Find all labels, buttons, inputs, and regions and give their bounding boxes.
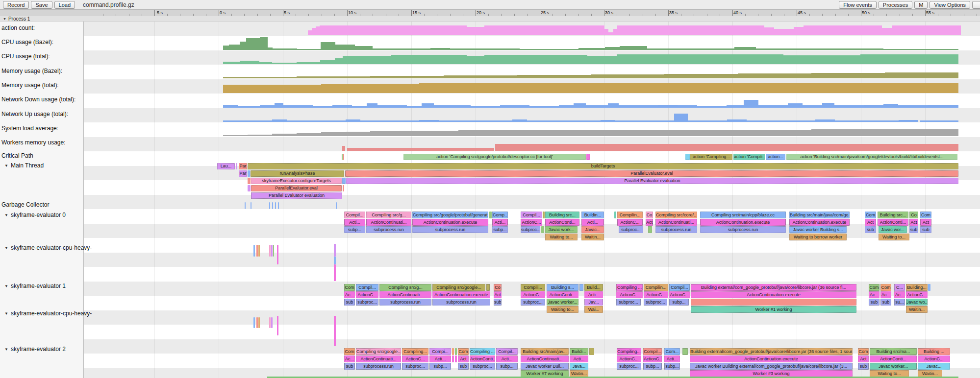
skyframe-evaluator-0-bar[interactable]: Act: [909, 219, 918, 226]
skyframe-evaluator-2-bar[interactable]: Building ...: [918, 348, 950, 355]
skyframe-evaluator-1-bar[interactable]: ActionC...: [521, 291, 545, 298]
skyframe-evaluator-2-bar[interactable]: subp...: [496, 363, 518, 370]
skyframe-evaluator-1-bar[interactable]: Javac wo...: [906, 299, 928, 306]
garbage-collector-bar[interactable]: [275, 202, 276, 209]
skyframe-evaluator-2-bar[interactable]: Com: [344, 348, 355, 355]
skyframe-evaluator-0-bar[interactable]: ActionContinuati...: [655, 219, 697, 226]
skyframe-evaluator-2-bar[interactable]: Acti...: [664, 355, 680, 362]
main-thread-bar[interactable]: Par: [239, 170, 247, 177]
skyframe-evaluator-2-bar[interactable]: Com: [858, 348, 869, 355]
skyframe-evaluator-1-bar[interactable]: Compili...: [521, 284, 545, 291]
skyframe-evaluator-1-bar[interactable]: ActionContinuati...: [379, 291, 431, 298]
skyframe-evaluator-0-bar[interactable]: Co: [909, 212, 918, 218]
skyframe-evaluator-0-bar[interactable]: ActionC...: [617, 219, 643, 226]
skyframe-evaluator-2-bar[interactable]: [455, 355, 457, 362]
skyframe-evaluator-cpu-heavy-1-bar[interactable]: [269, 317, 271, 328]
skyframe-evaluator-0-bar[interactable]: subprocess.run: [655, 226, 697, 233]
sidebar-row-skyframe-evaluator-cpu-heavy[interactable]: ▼skyframe-evaluator-cpu-heavy-: [0, 244, 83, 251]
skyframe-evaluator-2-bar[interactable]: Compiling ...: [470, 348, 495, 355]
skyframe-evaluator-0-bar[interactable]: Building src/main/java/com/go...: [789, 212, 850, 218]
skyframe-evaluator-2-bar[interactable]: sub: [458, 363, 469, 370]
skyframe-evaluator-0-bar[interactable]: Compil...: [344, 212, 365, 218]
skyframe-evaluator-0-bar[interactable]: Co: [646, 212, 653, 218]
skyframe-evaluator-2-bar[interactable]: ActionContinuati...: [521, 355, 569, 362]
skyframe-evaluator-0-bar[interactable]: subprocess.run: [412, 226, 488, 233]
timeline-ruler[interactable]: -5 s0 s5 s10 s15 s20 s25 s30 s35 s40 s45…: [0, 10, 980, 17]
skyframe-evaluator-2-bar[interactable]: Act: [458, 355, 469, 362]
skyframe-evaluator-cpu-heavy-0-bar[interactable]: [256, 245, 258, 257]
cutoff-button[interactable]: [972, 1, 980, 9]
collapse-arrow-icon[interactable]: ▼: [4, 246, 8, 250]
skyframe-evaluator-0-bar[interactable]: Compiling src/main/cpp/blaze.cc: [700, 212, 786, 218]
skyframe-evaluator-0-bar[interactable]: subproc...: [521, 226, 540, 233]
skyframe-evaluator-0-bar[interactable]: Com: [920, 212, 931, 218]
skyframe-evaluator-2-bar[interactable]: Com...: [664, 348, 680, 355]
skyframe-evaluator-0-bar[interactable]: Waitin...: [581, 234, 604, 240]
skyframe-evaluator-2-bar[interactable]: Acti...: [496, 355, 518, 362]
main-thread-bar[interactable]: ParallelEvaluator.eval: [251, 185, 342, 191]
skyframe-evaluator-1-bar[interactable]: ActionContinuation.execute: [691, 291, 856, 298]
garbage-collector-bar[interactable]: [245, 202, 246, 209]
skyframe-evaluator-2-bar[interactable]: [682, 348, 688, 355]
garbage-collector-bar[interactable]: [336, 202, 337, 209]
skyframe-evaluator-2-bar[interactable]: [452, 348, 454, 355]
skyframe-evaluator-0-bar[interactable]: Com: [865, 212, 876, 218]
critical-path-bar[interactable]: action 'Compili...: [733, 154, 765, 160]
skyframe-evaluator-1-bar[interactable]: Acti...: [584, 291, 603, 298]
skyframe-evaluator-1-bar[interactable]: Compil...: [669, 284, 690, 291]
skyframe-evaluator-1-bar[interactable]: Ac...: [894, 291, 905, 298]
skyframe-evaluator-0-bar[interactable]: [648, 226, 652, 233]
skyframe-evaluator-1-bar[interactable]: ActionC...: [669, 291, 690, 298]
sidebar-row-skyframe-evaluator-1[interactable]: ▼skyframe-evaluator 1: [0, 283, 83, 289]
skyframe-evaluator-2-bar[interactable]: Building src/main/jav...: [521, 348, 569, 355]
skyframe-evaluator-2-bar[interactable]: subp...: [429, 363, 451, 370]
skyframe-evaluator-2-bar[interactable]: ActionConti...: [870, 355, 917, 362]
garbage-collector-bar[interactable]: [251, 202, 251, 209]
garbage-collector-bar[interactable]: [269, 202, 270, 209]
main-thread-bar[interactable]: Parallel Evaluator evaluation: [346, 178, 958, 184]
skyframe-evaluator-1-bar[interactable]: Act: [494, 291, 502, 298]
skyframe-evaluator-0-bar[interactable]: Javac work...: [545, 226, 578, 233]
skyframe-evaluator-0-bar[interactable]: ActionContinuation.execute: [412, 219, 488, 226]
skyframe-evaluator-2-bar[interactable]: Building src/ma...: [870, 348, 917, 355]
flow-events-button[interactable]: Flow events: [839, 1, 877, 9]
skyframe-evaluator-0-bar[interactable]: Acti...: [344, 219, 365, 226]
skyframe-evaluator-1-bar[interactable]: ActionConti...: [547, 291, 578, 298]
main-thread-bar[interactable]: [248, 170, 250, 177]
skyframe-evaluator-2-bar[interactable]: Waitin...: [570, 370, 588, 377]
skyframe-evaluator-1-bar[interactable]: Building s...: [547, 284, 578, 291]
skyframe-evaluator-1-bar[interactable]: Worker #1 working: [691, 306, 856, 313]
skyframe-evaluator-1-bar[interactable]: sub: [344, 299, 355, 306]
main-thread-bar[interactable]: skyframeExecutor.configureTargets: [251, 178, 342, 184]
skyframe-evaluator-0-bar[interactable]: ActionConti...: [545, 219, 579, 226]
skyframe-evaluator-0-bar[interactable]: Javac wor...: [879, 226, 907, 233]
skyframe-evaluator-1-bar[interactable]: subprocess.run: [432, 299, 490, 306]
main-thread-bar[interactable]: Lau...: [217, 163, 235, 169]
skyframe-evaluator-0-bar[interactable]: subprocess.run: [366, 226, 411, 233]
skyframe-evaluator-cpu-heavy-1-bar[interactable]: [277, 316, 278, 335]
skyframe-evaluator-2-bar[interactable]: subproc...: [402, 363, 428, 370]
skyframe-evaluator-0-bar[interactable]: ActionConti...: [878, 219, 908, 226]
skyframe-evaluator-0-bar[interactable]: ActionContinuation.execute: [700, 219, 786, 226]
skyframe-evaluator-1-bar[interactable]: [928, 284, 930, 291]
skyframe-evaluator-2-bar[interactable]: Building external/com_google_protobuf/ja…: [690, 348, 853, 355]
skyframe-evaluator-2-bar[interactable]: Buildi...: [570, 348, 588, 355]
collapse-arrow-icon[interactable]: ▼: [4, 284, 8, 288]
skyframe-evaluator-0-bar[interactable]: [541, 226, 544, 233]
collapse-arrow-icon[interactable]: ▼: [3, 17, 6, 21]
skyframe-evaluator-2-bar[interactable]: ActionContinuati...: [356, 355, 401, 362]
skyframe-evaluator-1-bar[interactable]: su...: [894, 299, 905, 306]
skyframe-evaluator-1-bar[interactable]: Ac...: [880, 291, 891, 298]
skyframe-evaluator-0-bar[interactable]: Act: [920, 219, 931, 226]
skyframe-evaluator-0-bar[interactable]: Javac worker Building s...: [789, 226, 847, 233]
skyframe-evaluator-0-bar[interactable]: sub: [865, 226, 876, 233]
skyframe-evaluator-0-bar[interactable]: Compiling src/core/...: [655, 212, 697, 218]
skyframe-evaluator-1-bar[interactable]: Waiting to...: [547, 306, 578, 313]
skyframe-evaluator-cpu-heavy-1-bar[interactable]: [256, 317, 258, 328]
sidebar-row-skyframe-evaluator-2[interactable]: ▼skyframe-evaluator 2: [0, 346, 83, 353]
skyframe-evaluator-2-bar[interactable]: [455, 348, 457, 355]
skyframe-evaluator-0-bar[interactable]: Buildin...: [581, 212, 604, 218]
skyframe-evaluator-0-bar[interactable]: Building src...: [878, 212, 908, 218]
skyframe-evaluator-2-bar[interactable]: Act: [858, 355, 869, 362]
skyframe-evaluator-2-bar[interactable]: Java...: [570, 363, 588, 370]
